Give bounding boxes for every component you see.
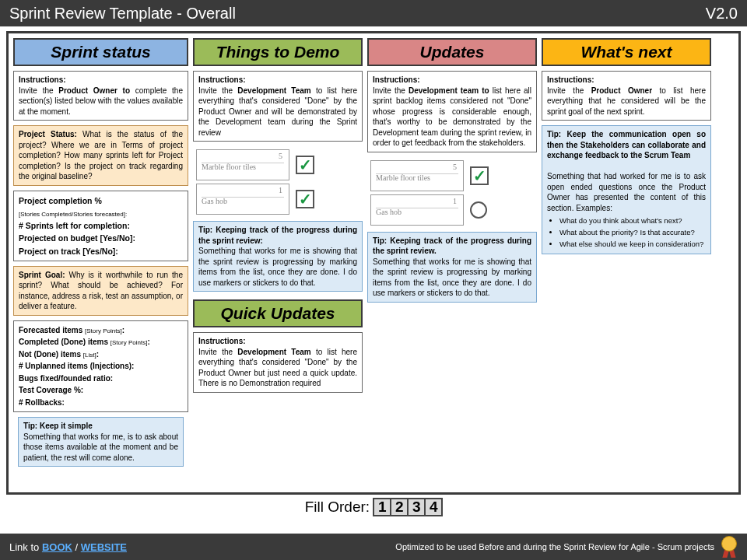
- medal-icon: [721, 536, 738, 558]
- status-fields-2: Forecasted items [Story Points]: Complet…: [13, 320, 188, 413]
- fill-order: Fill Order: 1234: [0, 498, 747, 516]
- col-header-demo: Things to Demo: [193, 38, 363, 66]
- updates-tip: Tip: Keeping track of the progress durin…: [367, 232, 537, 303]
- version-label: V2.0: [706, 5, 738, 23]
- footer-caption: Optimized to be used Before and during t…: [395, 542, 714, 551]
- col-header-next: What's next: [542, 38, 711, 66]
- col-header-updates: Updates: [367, 38, 537, 66]
- col-header-status: Sprint status: [13, 38, 188, 66]
- title-bar: Sprint Review Template - Overall V2.0: [0, 0, 747, 26]
- next-tip: Tip: Keep the communication open so then…: [542, 125, 711, 254]
- next-instructions: Instructions: Invite the Product Owner t…: [542, 71, 711, 121]
- website-link[interactable]: WEBSITE: [81, 541, 127, 553]
- footer-links: Link to BOOK / WEBSITE: [9, 541, 127, 553]
- sprint-goal-box: Sprint Goal: Why is it worthwhile to run…: [13, 266, 188, 316]
- fill-order-4: 4: [424, 498, 443, 516]
- demo-instructions: Instructions: Invite the Development Tea…: [193, 71, 363, 142]
- footer-bar: Link to BOOK / WEBSITE Optimized to be u…: [0, 534, 747, 560]
- quick-instructions: Instructions: Invite the Development Tea…: [193, 332, 363, 393]
- demo-card-2: 1Gas hob: [196, 184, 289, 215]
- check-icon: ✓: [470, 166, 489, 185]
- board: Sprint status Instructions: Invite the P…: [6, 31, 741, 495]
- col-things-to-demo: Things to Demo Instructions: Invite the …: [193, 38, 363, 488]
- status-fields-1: Project completion % [Stories Completed/…: [13, 191, 188, 261]
- check-icon: ✓: [296, 156, 314, 174]
- col-sprint-status: Sprint status Instructions: Invite the P…: [13, 38, 188, 488]
- demo-cards: 5Marble floor tiles ✓ 1Gas hob ✓: [193, 146, 363, 216]
- fill-order-2: 2: [390, 498, 409, 516]
- update-card-1: 5Marble floor tiles: [370, 160, 464, 191]
- book-link[interactable]: BOOK: [42, 541, 72, 553]
- demo-tip: Tip: Keeping track of the progress durin…: [193, 221, 363, 292]
- updates-instructions: Instructions: Invite the Development tea…: [367, 71, 537, 152]
- update-card-2: 1Gas hob: [370, 194, 464, 226]
- project-status-box: Project Status: What is the status of th…: [13, 125, 188, 186]
- status-instructions: Instructions: Invite the Product Owner t…: [13, 71, 188, 121]
- col-header-quick: Quick Updates: [193, 299, 363, 327]
- page-title: Sprint Review Template - Overall: [9, 5, 236, 23]
- circle-icon: [470, 201, 487, 219]
- status-tip: Tip: Keep it simple Something that works…: [18, 417, 184, 467]
- col-updates: Updates Instructions: Invite the Develop…: [367, 38, 537, 488]
- check-icon: ✓: [296, 190, 314, 208]
- fill-order-3: 3: [407, 498, 426, 516]
- col-whats-next: What's next Instructions: Invite the Pro…: [542, 38, 711, 488]
- fill-order-1: 1: [373, 498, 391, 516]
- demo-card-1: 5Marble floor tiles: [196, 149, 289, 180]
- updates-cards: 5Marble floor tiles ✓ 1Gas hob: [367, 157, 537, 227]
